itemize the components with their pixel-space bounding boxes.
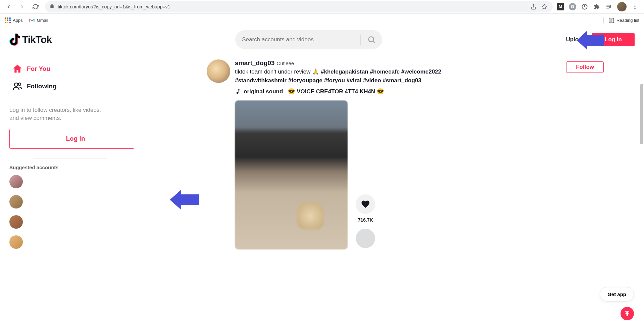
- video-feed[interactable]: smart_dog03 Cutieee tiktok team don't un…: [134, 52, 644, 325]
- nav-for-you-label: For You: [27, 65, 50, 73]
- like-button[interactable]: [356, 194, 375, 214]
- sidebar-divider-2: [33, 158, 107, 158]
- suggested-account-4[interactable]: [9, 235, 23, 249]
- reading-list-button[interactable]: Reading list: [603, 17, 639, 24]
- search-input[interactable]: [242, 36, 360, 43]
- svg-point-7: [14, 83, 18, 86]
- comment-button[interactable]: [356, 229, 375, 248]
- reading-list-label: Reading list: [616, 18, 639, 23]
- svg-point-2: [635, 4, 636, 5]
- home-icon: [12, 63, 23, 74]
- heart-icon: [361, 199, 370, 209]
- media-control-icon[interactable]: [605, 3, 612, 10]
- post-username[interactable]: smart_dog03: [235, 59, 275, 67]
- get-app-button[interactable]: Get app: [600, 287, 634, 301]
- svg-rect-9: [625, 311, 629, 312]
- post-sound-label: original sound - 😎 VOICE CRE4TOR 4TT4 KH…: [244, 88, 384, 95]
- follow-button[interactable]: Follow: [566, 61, 604, 73]
- bookmarks-bar: Apps Gmail Reading list: [0, 14, 644, 27]
- suggested-accounts-title: Suggested accounts: [9, 165, 131, 170]
- svg-point-3: [635, 6, 636, 7]
- apps-grid-icon: [5, 17, 11, 24]
- reading-list-icon: [608, 17, 614, 24]
- bookmark-gmail[interactable]: Gmail: [29, 17, 48, 24]
- gmail-icon: [29, 17, 35, 24]
- svg-point-4: [635, 8, 636, 9]
- nav-following[interactable]: Following: [9, 78, 131, 95]
- tiktok-logo[interactable]: TikTok: [9, 34, 52, 46]
- bookmark-apps-label: Apps: [13, 18, 23, 23]
- bookmark-star-icon[interactable]: [541, 3, 548, 10]
- url-text: tiktok.com/foryou?is_copy_url=1&is_from_…: [58, 4, 527, 9]
- page-scrollbar-thumb[interactable]: [640, 84, 643, 144]
- main-content: For You Following Log in to follow creat…: [0, 52, 644, 325]
- post-caption-text: tiktok team don't under review 🙏: [235, 68, 321, 75]
- tiktok-header: TikTok Upload Log in: [0, 27, 644, 52]
- address-bar[interactable]: tiktok.com/foryou?is_copy_url=1&is_from_…: [45, 1, 553, 12]
- search-box[interactable]: [235, 30, 382, 49]
- extensions-puzzle-icon[interactable]: [593, 3, 600, 10]
- extension-icon-clockify[interactable]: [581, 3, 588, 10]
- nav-for-you[interactable]: For You: [9, 60, 131, 78]
- arrow-up-icon: [624, 311, 630, 317]
- bookmark-apps[interactable]: Apps: [5, 17, 23, 24]
- svg-point-6: [368, 37, 374, 42]
- video-player[interactable]: [235, 100, 348, 249]
- post-caption: tiktok team don't under review 🙏 #kheleg…: [235, 67, 443, 85]
- suggested-accounts-list: [9, 175, 131, 249]
- extension-icon-g[interactable]: G: [569, 3, 576, 10]
- bookmark-gmail-label: Gmail: [37, 18, 48, 23]
- upload-link[interactable]: Upload: [566, 36, 585, 43]
- suggested-account-1[interactable]: [9, 175, 23, 188]
- search-button[interactable]: [361, 30, 382, 49]
- reload-button[interactable]: [30, 1, 41, 12]
- back-button[interactable]: [3, 1, 14, 12]
- post-author-avatar[interactable]: [207, 59, 230, 83]
- video-post: smart_dog03 Cutieee tiktok team don't un…: [207, 59, 604, 249]
- chrome-menu-icon[interactable]: [631, 3, 639, 10]
- tiktok-logo-text: TikTok: [22, 34, 52, 45]
- share-icon[interactable]: [530, 3, 537, 10]
- profile-avatar-icon[interactable]: [617, 2, 627, 11]
- scroll-to-top-button[interactable]: [621, 307, 634, 320]
- sidebar: For You Following Log in to follow creat…: [0, 52, 134, 325]
- browser-extensions: M G: [557, 2, 641, 11]
- suggested-account-2[interactable]: [9, 195, 23, 208]
- svg-marker-0: [542, 4, 547, 9]
- extension-icon-m[interactable]: M: [557, 3, 564, 10]
- sidebar-divider-1: [33, 100, 107, 100]
- header-login-button[interactable]: Log in: [592, 33, 635, 46]
- svg-point-8: [18, 83, 21, 86]
- people-icon: [12, 81, 23, 92]
- search-icon: [367, 35, 376, 44]
- forward-button[interactable]: [17, 1, 28, 12]
- music-note-icon: [235, 89, 241, 95]
- like-count: 716.7K: [358, 217, 373, 223]
- sidebar-login-prompt: Log in to follow creators, like videos, …: [9, 105, 131, 129]
- video-actions: 716.7K: [356, 194, 375, 249]
- lock-icon: [50, 4, 54, 10]
- post-nickname: Cutieee: [277, 60, 294, 66]
- post-sound[interactable]: original sound - 😎 VOICE CRE4TOR 4TT4 KH…: [235, 88, 604, 95]
- nav-following-label: Following: [27, 83, 57, 90]
- browser-toolbar: tiktok.com/foryou?is_copy_url=1&is_from_…: [0, 0, 644, 14]
- suggested-account-3[interactable]: [9, 215, 23, 229]
- tiktok-logo-icon: [9, 34, 20, 46]
- sidebar-login-button[interactable]: Log in: [9, 129, 134, 149]
